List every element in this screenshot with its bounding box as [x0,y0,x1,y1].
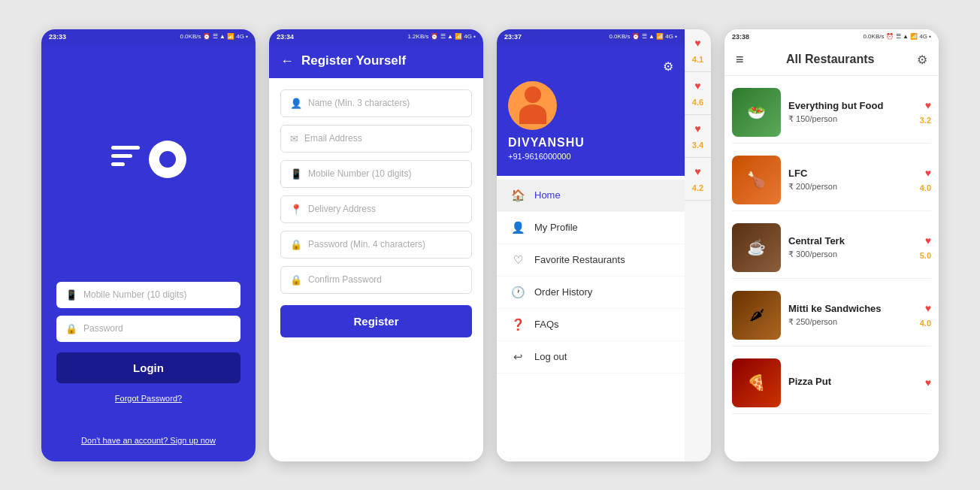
name-icon: 👤 [290,98,302,109]
login-form: 📱 Mobile Number (10 digits) 🔒 Password L… [41,274,256,418]
right-item-4: ♥ 4.2 [685,158,711,201]
email-input[interactable]: ✉ Email Address [280,125,472,153]
forgot-password-link[interactable]: Forgot Password? [115,394,182,403]
right-item-1: ♥ 4.1 [685,29,711,72]
restaurants-header: ≡ All Restaurants ⚙ [724,44,939,76]
login-status-bar: 23:33 0.0KB/s ⏰ ☰ ▲ 📶 4G ▪ [41,29,256,44]
restaurant-info-4: Mitti ke Sandwiches ₹ 250/person [788,303,912,327]
profile-icon: 👤 [510,221,525,234]
favorite-btn-5[interactable]: ♥ [925,377,931,389]
heart-icon-1[interactable]: ♥ [694,37,700,49]
restaurant-card-3: ☕ Central Terk ₹ 300/person ♥ 5.0 [732,217,931,279]
login-time: 23:33 [49,33,66,41]
restaurant-image-4: 🌶 [732,291,781,340]
reg-password-input[interactable]: 🔒 Password (Min. 4 characters) [280,231,472,259]
logo-area [111,44,186,274]
avatar-body [519,104,546,124]
register-title: Register Yourself [301,53,406,68]
heart-icon-3[interactable]: ♥ [694,122,700,135]
profile-status-icons: ⏰ ☰ ▲ 📶 4G ▪ [632,33,677,40]
menu-label-faqs: FAQs [534,319,559,330]
login-bottom: Don't have an account? Sign up now [66,418,231,461]
register-status-right: 1.2KB/s ⏰ ☰ ▲ 📶 4G ▪ [407,33,476,40]
profile-main: 23:37 0.0KB/s ⏰ ☰ ▲ 📶 4G ▪ ⚙ DIVYANSHU [497,29,685,461]
restaurants-screen: 23:38 0.0KB/s ⏰ ☰ ▲ 📶 4G ▪ ≡ All Restaur… [724,29,939,461]
menu-item-profile[interactable]: 👤 My Profile [497,212,685,244]
logo-line-3 [111,162,125,166]
login-status-right: 0.0KB/s ⏰ ☰ ▲ 📶 4G ▪ [180,33,248,40]
restaurants-content: ≡ All Restaurants ⚙ 🥗 Everything but Foo… [724,44,939,461]
restaurant-name-2: LFC [788,168,912,179]
favorite-btn-1[interactable]: ♥ [925,99,931,111]
menu-label-home: Home [534,189,561,201]
login-button[interactable]: Login [56,352,240,383]
faq-icon: ❓ [510,318,525,331]
hamburger-menu-icon[interactable]: ≡ [736,52,744,68]
register-screen: 23:34 1.2KB/s ⏰ ☰ ▲ 📶 4G ▪ ← Register Yo… [269,29,483,461]
mobile-input[interactable]: 📱 Mobile Number (10 digits) [56,282,240,308]
restaurant-card-5: 🍕 Pizza Put ♥ [732,352,931,414]
profile-screen: 23:37 0.0KB/s ⏰ ☰ ▲ 📶 4G ▪ ⚙ DIVYANSHU [497,29,711,461]
restaurant-image-2: 🍗 [732,156,781,204]
address-placeholder: Delivery Address [308,204,376,214]
menu-label-favorites: Favorite Restaurants [534,254,625,265]
restaurant-list: 🥗 Everything but Food ₹ 150/person ♥ 3.2… [724,76,939,461]
favorite-btn-4[interactable]: ♥ [925,302,931,314]
restaurant-name-1: Everything but Food [788,100,912,111]
register-button[interactable]: Register [280,305,472,337]
restaurant-ratings-column: ♥ 4.1 ♥ 4.6 ♥ 3.4 ♥ 4.2 [685,29,711,461]
menu-item-faqs[interactable]: ❓ FAQs [497,309,685,341]
restaurant-rating-3: 5.0 [920,251,931,260]
lock-icon: 🔒 [65,323,77,334]
profile-top: ⚙ DIVYANSHU +91-9616000000 [497,44,685,176]
reg-mobile-input[interactable]: 📱 Mobile Number (10 digits) [280,160,472,188]
signup-link[interactable]: Don't have an account? Sign up now [81,436,216,445]
screens-container: 23:33 0.0KB/s ⏰ ☰ ▲ 📶 4G ▪ [0,0,980,490]
password-input[interactable]: 🔒 Password [56,316,240,342]
menu-item-favorites[interactable]: ♡ Favorite Restaurants [497,244,685,277]
logout-icon: ↩ [510,350,525,364]
reg-password-placeholder: Password (Min. 4 characters) [308,239,425,250]
menu-item-home[interactable]: 🏠 Home [497,180,685,212]
favorite-btn-2[interactable]: ♥ [925,167,931,179]
heart-icon-4[interactable]: ♥ [694,165,700,177]
login-content: 📱 Mobile Number (10 digits) 🔒 Password L… [41,44,256,461]
side-menu: 🏠 Home 👤 My Profile ♡ Favorite Restauran… [497,176,685,461]
menu-label-logout: Log out [534,351,567,362]
register-status-icons: ⏰ ☰ ▲ 📶 4G ▪ [431,33,476,40]
restaurant-rating-4: 4.0 [920,319,931,328]
rating-4: 4.2 [692,183,703,192]
profile-data-speed: 0.0KB/s [609,33,630,40]
logo-line-1 [111,146,140,150]
name-input[interactable]: 👤 Name (Min. 3 characters) [280,89,472,117]
restaurants-status-right: 0.0KB/s ⏰ ☰ ▲ 📶 4G ▪ [863,33,931,40]
address-input[interactable]: 📍 Delivery Address [280,195,472,223]
restaurant-image-5: 🍕 [732,358,781,407]
restaurant-rating-1: 3.2 [920,116,931,125]
restaurants-status-icons: ⏰ ☰ ▲ 📶 4G ▪ [886,33,931,40]
email-placeholder: Email Address [304,133,362,144]
confirm-password-input[interactable]: 🔒 Confirm Password [280,266,472,294]
restaurant-price-4: ₹ 250/person [788,317,912,327]
favorite-btn-3[interactable]: ♥ [925,234,931,247]
restaurant-price-2: ₹ 200/person [788,182,912,192]
register-header: ← Register Yourself [269,44,483,78]
back-button[interactable]: ← [280,53,294,69]
restaurant-price-1: ₹ 150/person [788,114,912,124]
confirm-password-placeholder: Confirm Password [308,274,382,285]
right-item-3: ♥ 3.4 [685,115,711,158]
restaurants-status-bar: 23:38 0.0KB/s ⏰ ☰ ▲ 📶 4G ▪ [724,29,939,44]
restaurant-info-2: LFC ₹ 200/person [788,168,912,192]
mobile-placeholder: Mobile Number (10 digits) [83,289,186,300]
menu-item-logout[interactable]: ↩ Log out [497,341,685,374]
restaurants-filter-icon[interactable]: ⚙ [917,53,927,67]
profile-filter-button[interactable]: ⚙ [663,59,673,74]
menu-item-history[interactable]: 🕐 Order History [497,277,685,309]
right-item-2: ♥ 4.6 [685,72,711,115]
home-icon: 🏠 [510,189,525,202]
restaurant-image-3: ☕ [732,223,781,272]
heart-icon-2[interactable]: ♥ [694,80,700,92]
restaurants-time: 23:38 [732,33,749,41]
register-form: 👤 Name (Min. 3 characters) ✉ Email Addre… [269,78,483,461]
profile-phone: +91-9616000000 [508,152,571,161]
